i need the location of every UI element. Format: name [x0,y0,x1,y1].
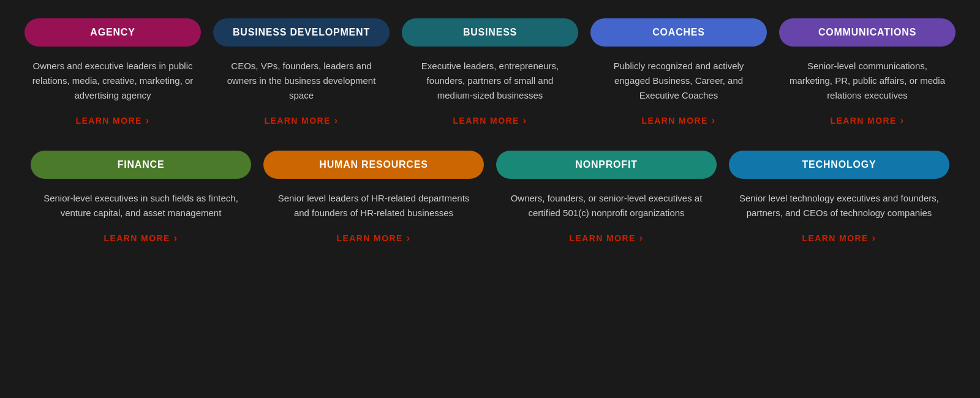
learn-more-label-communications: LEARN MORE [831,116,897,126]
badge-finance: FINANCE [31,151,251,179]
chevron-icon: › [174,233,178,244]
card-communications: COMMUNICATIONSSenior-level communication… [779,18,956,126]
card-nonprofit: NONPROFITOwners, founders, or senior-lev… [496,151,717,244]
chevron-icon: › [146,115,150,126]
learn-more-communications[interactable]: LEARN MORE› [831,115,905,126]
description-human-resources: Senior level leaders of HR-related depar… [263,191,484,220]
chevron-icon: › [712,115,716,126]
card-coaches: COACHESPublicly recognized and actively … [590,18,767,126]
learn-more-label-technology: LEARN MORE [802,233,869,243]
card-technology: TECHNOLOGYSenior level technology execut… [729,151,949,244]
chevron-icon: › [872,233,876,244]
learn-more-label-agency: LEARN MORE [76,116,142,126]
description-business-development: CEOs, VPs, founders, leaders and owners … [213,59,390,103]
description-nonprofit: Owners, founders, or senior-level execut… [496,191,717,220]
chevron-icon: › [334,115,339,126]
card-human-resources: HUMAN RESOURCESSenior level leaders of H… [263,151,484,244]
description-agency: Owners and executive leaders in public r… [24,59,201,103]
badge-human-resources: HUMAN RESOURCES [263,151,484,179]
card-agency: AGENCYOwners and executive leaders in pu… [24,18,201,126]
description-communications: Senior-level communications, marketing, … [779,59,956,103]
badge-coaches: COACHES [590,18,767,47]
learn-more-business-development[interactable]: LEARN MORE› [265,115,339,126]
row-2: FINANCESenior-level executives in such f… [24,151,956,244]
learn-more-finance[interactable]: LEARN MORE› [104,233,178,244]
row-1: AGENCYOwners and executive leaders in pu… [24,18,956,126]
learn-more-label-coaches: LEARN MORE [642,116,708,126]
learn-more-nonprofit[interactable]: LEARN MORE› [570,233,644,244]
learn-more-business[interactable]: LEARN MORE› [453,115,527,126]
learn-more-label-business: LEARN MORE [453,116,519,126]
chevron-icon: › [407,233,411,244]
learn-more-technology[interactable]: LEARN MORE› [802,233,876,244]
description-coaches: Publicly recognized and actively engaged… [590,59,767,103]
description-technology: Senior level technology executives and f… [729,191,949,220]
badge-agency: AGENCY [24,18,201,47]
learn-more-label-finance: LEARN MORE [104,233,170,243]
learn-more-label-human-resources: LEARN MORE [337,233,403,243]
chevron-icon: › [639,233,644,244]
card-business: BUSINESSExecutive leaders, entrepreneurs… [402,18,578,126]
card-business-development: BUSINESS DEVELOPMENTCEOs, VPs, founders,… [213,18,390,126]
learn-more-label-business-development: LEARN MORE [265,116,331,126]
card-finance: FINANCESenior-level executives in such f… [31,151,251,244]
badge-business-development: BUSINESS DEVELOPMENT [213,18,390,47]
learn-more-label-nonprofit: LEARN MORE [570,233,636,243]
badge-technology: TECHNOLOGY [729,151,949,179]
description-finance: Senior-level executives in such fields a… [31,191,251,220]
badge-business: BUSINESS [402,18,578,47]
chevron-icon: › [523,115,527,126]
learn-more-human-resources[interactable]: LEARN MORE› [337,233,411,244]
badge-communications: COMMUNICATIONS [779,18,956,47]
learn-more-coaches[interactable]: LEARN MORE› [642,115,716,126]
learn-more-agency[interactable]: LEARN MORE› [76,115,150,126]
badge-nonprofit: NONPROFIT [496,151,717,179]
chevron-icon: › [900,115,905,126]
description-business: Executive leaders, entrepreneurs, founde… [402,59,578,103]
